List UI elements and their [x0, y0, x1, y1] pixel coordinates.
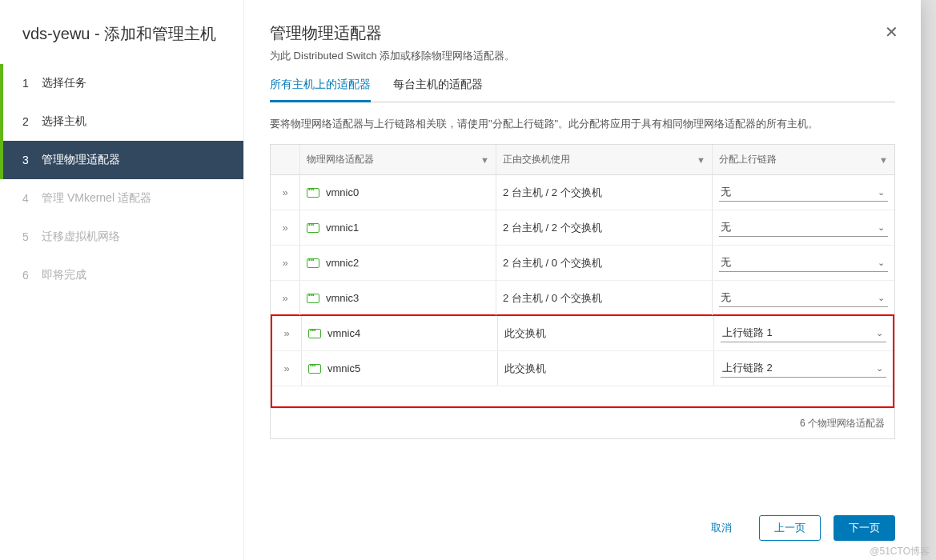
nic-icon: [307, 294, 319, 303]
used-by: 2 台主机 / 2 个交换机: [503, 221, 602, 235]
expand-icon[interactable]: »: [282, 222, 287, 233]
table-row[interactable]: »vmnic02 台主机 / 2 个交换机无⌄: [271, 175, 894, 210]
step-5: 5迁移虚拟机网络: [0, 218, 243, 256]
cancel-button[interactable]: 取消: [697, 515, 746, 541]
step-label: 选择主机: [42, 114, 86, 129]
uplink-value: 无: [721, 220, 731, 234]
next-button[interactable]: 下一页: [834, 515, 895, 541]
table-footer: 6 个物理网络适配器: [271, 408, 894, 438]
adapter-name: vmnic5: [327, 362, 360, 374]
uplink-value: 上行链路 2: [722, 361, 773, 375]
adapter-name: vmnic0: [326, 186, 359, 198]
uplink-select[interactable]: 上行链路 1⌄: [721, 324, 886, 342]
chevron-down-icon: ⌄: [878, 293, 885, 303]
table-row[interactable]: »vmnic22 台主机 / 0 个交换机无⌄: [271, 245, 894, 280]
uplink-select[interactable]: 上行链路 2⌄: [721, 359, 886, 378]
page-subtitle: 为此 Distributed Switch 添加或移除物理网络适配器。: [270, 49, 895, 63]
chevron-down-icon: ⌄: [878, 187, 885, 198]
expand-icon[interactable]: »: [282, 258, 287, 268]
table-row[interactable]: »vmnic4此交换机上行链路 1⌄: [272, 316, 893, 350]
chevron-down-icon: ⌄: [878, 222, 885, 233]
tab[interactable]: 每台主机的适配器: [393, 78, 483, 102]
step-list: 1选择任务2选择主机3管理物理适配器4管理 VMkernel 适配器5迁移虚拟机…: [0, 64, 243, 294]
nic-icon: [308, 364, 321, 374]
used-by: 2 台主机 / 0 个交换机: [503, 291, 602, 306]
expand-icon[interactable]: »: [283, 363, 289, 374]
uplink-value: 无: [721, 255, 731, 270]
wizard-modal: vds-yewu - 添加和管理主机 1选择任务2选择主机3管理物理适配器4管理…: [0, 0, 921, 560]
adapter-name: vmnic4: [327, 327, 360, 339]
uplink-select[interactable]: 无⌄: [719, 254, 888, 272]
uplink-value: 上行链路 1: [722, 326, 773, 340]
description: 要将物理网络适配器与上行链路相关联，请使用"分配上行链路"。此分配将应用于具有相…: [270, 117, 895, 131]
chevron-down-icon: ⌄: [878, 258, 885, 268]
step-6: 6即将完成: [0, 256, 243, 294]
step-2[interactable]: 2选择主机: [0, 102, 243, 141]
step-label: 即将完成: [42, 268, 86, 282]
close-icon[interactable]: ✕: [885, 22, 898, 42]
step-4: 4管理 VMkernel 适配器: [0, 179, 243, 218]
step-label: 管理物理适配器: [42, 153, 120, 167]
wizard-actions: 取消 上一页 下一页: [270, 499, 895, 560]
expand-icon[interactable]: »: [283, 328, 289, 338]
col-usedby[interactable]: 正由交换机使用 ▼: [496, 145, 712, 174]
step-label: 管理 VMkernel 适配器: [42, 191, 151, 206]
uplink-value: 无: [721, 290, 731, 305]
nic-icon: [307, 223, 319, 233]
uplink-select[interactable]: 无⌄: [719, 183, 888, 202]
tab[interactable]: 所有主机上的适配器: [270, 78, 371, 102]
adapter-name: vmnic3: [326, 292, 359, 304]
nic-icon: [307, 258, 319, 268]
table-header: 物理网络适配器 ▼ 正由交换机使用 ▼ 分配上行链路 ▼: [271, 145, 894, 175]
back-button[interactable]: 上一页: [759, 515, 821, 541]
expand-icon[interactable]: »: [282, 293, 287, 303]
used-by: 2 台主机 / 0 个交换机: [503, 256, 602, 270]
sidebar-title: vds-yewu - 添加和管理主机: [0, 22, 243, 64]
highlighted-rows: »vmnic4此交换机上行链路 1⌄»vmnic5此交换机上行链路 2⌄: [271, 314, 894, 408]
page-title: 管理物理适配器: [270, 22, 895, 44]
nic-icon: [308, 329, 321, 338]
expand-icon[interactable]: »: [282, 187, 287, 198]
wizard-sidebar: vds-yewu - 添加和管理主机 1选择任务2选择主机3管理物理适配器4管理…: [0, 0, 244, 560]
filter-icon[interactable]: ▼: [697, 155, 705, 165]
used-by: 此交换机: [504, 326, 546, 341]
step-label: 选择任务: [42, 76, 86, 90]
watermark: @51CTO博客: [870, 545, 930, 558]
col-uplink[interactable]: 分配上行链路 ▼: [712, 145, 894, 174]
tab-bar: 所有主机上的适配器每台主机的适配器: [270, 78, 895, 102]
wizard-main: ✕ 管理物理适配器 为此 Distributed Switch 添加或移除物理网…: [244, 0, 921, 560]
adapter-table: 物理网络适配器 ▼ 正由交换机使用 ▼ 分配上行链路 ▼ »vmnic02 台主…: [270, 144, 895, 439]
chevron-down-icon: ⌄: [876, 328, 883, 338]
table-row[interactable]: »vmnic5此交换机上行链路 2⌄: [272, 350, 893, 386]
col-adapter[interactable]: 物理网络适配器 ▼: [299, 145, 496, 174]
uplink-select[interactable]: 无⌄: [719, 218, 888, 237]
adapter-name: vmnic1: [326, 222, 359, 234]
used-by: 2 台主机 / 2 个交换机: [503, 186, 602, 200]
adapter-name: vmnic2: [326, 257, 359, 269]
filter-icon[interactable]: ▼: [879, 155, 888, 165]
table-row[interactable]: »vmnic32 台主机 / 0 个交换机无⌄: [271, 280, 894, 315]
nic-icon: [307, 188, 319, 198]
step-1[interactable]: 1选择任务: [0, 64, 243, 102]
step-label: 迁移虚拟机网络: [42, 230, 120, 244]
used-by: 此交换机: [504, 362, 546, 376]
filter-icon[interactable]: ▼: [480, 155, 489, 165]
spacer-row: [272, 386, 893, 406]
uplink-value: 无: [721, 185, 731, 199]
table-row[interactable]: »vmnic12 台主机 / 2 个交换机无⌄: [271, 210, 894, 245]
table-body: »vmnic02 台主机 / 2 个交换机无⌄»vmnic12 台主机 / 2 …: [271, 175, 894, 408]
uplink-select[interactable]: 无⌄: [719, 289, 888, 307]
chevron-down-icon: ⌄: [876, 363, 883, 374]
step-3[interactable]: 3管理物理适配器: [0, 141, 243, 179]
